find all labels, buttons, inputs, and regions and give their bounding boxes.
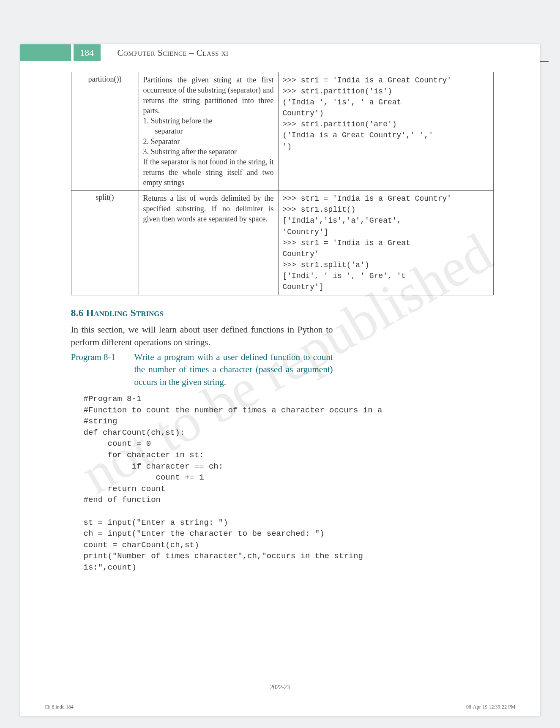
crop-mark <box>540 61 549 62</box>
list-item: 1. Substring before the <box>143 116 274 126</box>
footer-left: Ch 8.indd 184 <box>45 704 74 710</box>
program-label: Program 8-1 <box>71 351 134 388</box>
desc-outro: If the separator is not found in the str… <box>143 158 274 187</box>
running-title-text: Computer Science – Class xi <box>117 48 229 58</box>
code-sample: >>> str1 = 'India is a Great Country' >>… <box>283 75 489 152</box>
page: 184 Computer Science – Class xi not to b… <box>20 44 540 716</box>
list-item: 3. Substring after the separator <box>143 147 274 157</box>
footer-right: 08-Apr-19 12:39:22 PM <box>466 704 515 710</box>
section-title: Handling Strings <box>86 307 164 318</box>
desc-intro: Partitions the given string at the first… <box>143 76 274 115</box>
method-name-cell: partition()) <box>71 72 139 191</box>
section-number: 8.6 <box>71 307 84 318</box>
code-sample: >>> str1 = 'India is a Great Country' >>… <box>283 193 489 292</box>
program-block: Program 8-1 Write a program with a user … <box>71 351 333 388</box>
program-code: #Program 8-1 #Function to count the numb… <box>84 393 447 573</box>
method-code-cell: >>> str1 = 'India is a Great Country' >>… <box>278 72 493 191</box>
desc-intro: Returns a list of words delimited by the… <box>143 194 274 223</box>
table-row: split() Returns a list of words delimite… <box>71 191 493 295</box>
method-desc-cell: Returns a list of words delimited by the… <box>139 191 278 295</box>
print-year: 2022-23 <box>20 684 540 691</box>
method-name-cell: split() <box>71 191 139 295</box>
list-item: separator <box>143 126 274 136</box>
section-body: In this section, we will learn about use… <box>71 324 333 349</box>
footer-meta: Ch 8.indd 184 08-Apr-19 12:39:22 PM <box>45 702 516 710</box>
method-desc-cell: Partitions the given string at the first… <box>139 72 278 191</box>
list-item: 2. Separator <box>143 136 274 147</box>
methods-table: partition()) Partitions the given string… <box>71 72 494 295</box>
desc-list: 1. Substring before the separator 2. Sep… <box>143 116 274 157</box>
page-number: 184 <box>74 44 101 61</box>
running-title: Computer Science – Class xi <box>117 48 229 58</box>
content-area: not to be republished partition()) Parti… <box>20 61 540 590</box>
running-header: 184 Computer Science – Class xi <box>20 44 540 61</box>
method-code-cell: >>> str1 = 'India is a Great Country' >>… <box>278 191 493 295</box>
table-row: partition()) Partitions the given string… <box>71 72 493 191</box>
section-heading: 8.6 Handling Strings <box>71 307 494 319</box>
header-accent-bar <box>20 44 71 61</box>
program-desc: Write a program with a user defined func… <box>134 351 333 388</box>
